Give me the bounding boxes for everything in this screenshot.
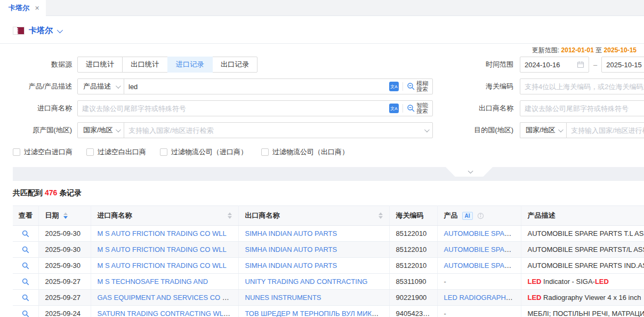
chevron-down-icon [116, 127, 121, 132]
exporter-link[interactable]: UNITY TRADING AND CONTRACTING [245, 278, 368, 286]
date-range-separator: – [593, 61, 597, 69]
checkbox-filter-logistics-exporter[interactable]: 过滤物流公司（出口商） [261, 147, 349, 157]
checkbox-filter-blank-exporter[interactable]: 过滤空白出口商 [86, 147, 146, 157]
exporter-link[interactable]: SIMHA INDIAN AUTO PARTS [245, 229, 337, 237]
tab-qatar[interactable]: 卡塔尔 ✕ [0, 0, 46, 16]
product-empty: - [444, 310, 446, 317]
checkbox-icon[interactable] [13, 148, 20, 156]
view-record-button[interactable] [22, 230, 29, 237]
table-row: 2025-09-27 M S TECHNOSAFE TRADING AND UN… [13, 274, 644, 290]
header-product: 产品 AI [437, 206, 521, 226]
product-search-input[interactable] [124, 80, 385, 93]
btn-export-stats[interactable]: 出口统计 [122, 57, 167, 73]
view-record-button[interactable] [22, 278, 29, 286]
checkbox-icon[interactable] [86, 148, 94, 156]
header-hs-code: 海关编码 [389, 206, 437, 226]
update-range: 更新范围: 2012-01-01 至 2025-10-15 [532, 46, 637, 55]
view-record-button[interactable] [22, 294, 29, 302]
search-icon [407, 104, 415, 113]
view-record-button[interactable] [22, 246, 29, 253]
dest-country-field[interactable] [567, 123, 644, 137]
date-from-input[interactable] [520, 57, 589, 73]
origin-country-input[interactable] [124, 123, 420, 137]
date-to-field[interactable] [602, 58, 644, 72]
tab-bar: 卡塔尔 ✕ [0, 0, 644, 16]
product-link[interactable]: AUTOMOBILE SPARE P... [444, 261, 521, 270]
sort-icon-importer[interactable] [228, 212, 232, 219]
exporter-link[interactable]: SIMHA INDIAN AUTO PARTS [245, 245, 337, 253]
dest-country-select[interactable]: 国家/地区 [520, 122, 566, 138]
exporter-input[interactable] [520, 100, 644, 116]
product-type-select[interactable]: 产品描述 [78, 79, 124, 94]
btn-import-records[interactable]: 进口记录 [167, 57, 213, 73]
fuzzy-search-button[interactable]: 模糊搜索 [407, 81, 428, 92]
translate-icon[interactable]: 文A [389, 104, 399, 113]
header-view: 查看 [13, 206, 38, 226]
header-importer: 进口商名称 [91, 206, 238, 226]
importer-link[interactable]: M S TECHNOSAFE TRADING AND [98, 278, 208, 286]
exporter-field[interactable] [520, 101, 644, 115]
exporter-link[interactable]: SIMHA INDIAN AUTO PARTS [245, 261, 337, 270]
btn-export-records[interactable]: 出口记录 [212, 57, 257, 73]
sort-icon-exporter[interactable] [379, 212, 383, 219]
dest-country-input[interactable] [566, 122, 644, 138]
calendar-icon [577, 61, 584, 68]
results-section: 共匹配到476条记录 查看 日期 [0, 181, 644, 317]
desc-cell: AUTOMOBILE SPARE PARTS IND.ASS... [521, 258, 644, 274]
date-cell: 2025-09-24 [38, 306, 91, 317]
magnifier-icon [22, 278, 29, 286]
magnifier-icon [22, 246, 29, 253]
table-row: 2025-09-30 M S AUTO FRICTION TRADING CO … [13, 242, 644, 258]
hs-code-input[interactable] [520, 78, 644, 94]
product-label: 产品/产品描述 [13, 82, 72, 91]
hs-code-cell: 85122010 [389, 258, 437, 274]
view-record-button[interactable] [22, 262, 29, 270]
search-icon [407, 82, 415, 91]
filter-row-importer: 进口商名称 文A 智能搜索 出口商名称 [13, 100, 644, 116]
product-link[interactable]: AUTOMOBILE SPARE P... [444, 245, 521, 253]
hs-code-field[interactable] [520, 80, 644, 93]
table-row: 2025-09-30 M S AUTO FRICTION TRADING CO … [13, 226, 644, 242]
checkbox-icon[interactable] [160, 148, 167, 156]
magnifier-icon [22, 262, 29, 270]
update-range-to: 2025-10-15 [604, 46, 637, 54]
update-range-from: 2012-01-01 [561, 46, 594, 54]
dest-country-label: 目的国(地区) [465, 125, 513, 135]
product-cell: AUTOMOBILE SPARE P... [437, 242, 521, 258]
smart-search-button[interactable]: 智能搜索 [407, 102, 428, 114]
importer-link[interactable]: GAS EQUIPMENT AND SERVICES CO LTD [98, 294, 235, 302]
checkbox-filter-logistics-importer[interactable]: 过滤物流公司（进口商） [160, 147, 247, 157]
importer-link[interactable]: SATURN TRADING CONTRACTING WLL BUI... [98, 310, 239, 317]
origin-country-select[interactable]: 国家/地区 [78, 123, 124, 138]
close-icon[interactable]: ✕ [35, 5, 39, 12]
date-cell: 2025-09-27 [38, 274, 91, 290]
exporter-link[interactable]: ТОВ ШРЕДЕР М ТЕРНОПІЛЬ ВУЛ МИКУЛИ... [245, 310, 390, 317]
ai-badge: AI [462, 212, 473, 220]
date-to-input[interactable] [601, 57, 644, 73]
country-header[interactable]: 卡塔尔 [0, 16, 644, 43]
importer-link[interactable]: M S AUTO FRICTION TRADING CO WLL [98, 245, 227, 253]
date-cell: 2025-09-30 [38, 258, 91, 274]
exporter-label: 出口商名称 [465, 104, 513, 113]
product-link[interactable]: AUTOMOBILE SPARE P... [444, 229, 521, 237]
checkbox-filter-blank-importer[interactable]: 过滤空白进口商 [13, 147, 73, 157]
exporter-link[interactable]: NUNES INSTRUMENTS [245, 294, 321, 302]
hs-code-cell: 9405423900 [389, 306, 437, 317]
collapse-panel-button[interactable] [446, 167, 493, 177]
info-icon[interactable] [477, 212, 484, 219]
desc-cell: AUTOMOBILE SPARE PARTS T.L ASSY ... [521, 226, 644, 242]
btn-import-stats[interactable]: 进口统计 [77, 57, 123, 73]
chevron-down-icon [57, 27, 63, 33]
filter-checkbox-row: 过滤空白进口商 过滤空白出口商 过滤物流公司（进口商） 过滤物流公司（出口商） [13, 147, 644, 157]
product-link[interactable]: LED RADIOGRAPHY VI... [444, 294, 521, 302]
view-record-button[interactable] [22, 310, 29, 317]
header-date: 日期 [38, 206, 91, 226]
importer-link[interactable]: M S AUTO FRICTION TRADING CO WLL [98, 229, 227, 237]
checkbox-icon[interactable] [261, 148, 269, 156]
date-from-field[interactable] [520, 58, 577, 72]
importer-link[interactable]: M S AUTO FRICTION TRADING CO WLL [98, 261, 227, 270]
translate-icon[interactable]: 文A [389, 82, 399, 91]
importer-input[interactable] [78, 101, 385, 115]
sort-icon-date[interactable] [63, 212, 68, 219]
hs-code-cell: 85122010 [389, 242, 437, 258]
